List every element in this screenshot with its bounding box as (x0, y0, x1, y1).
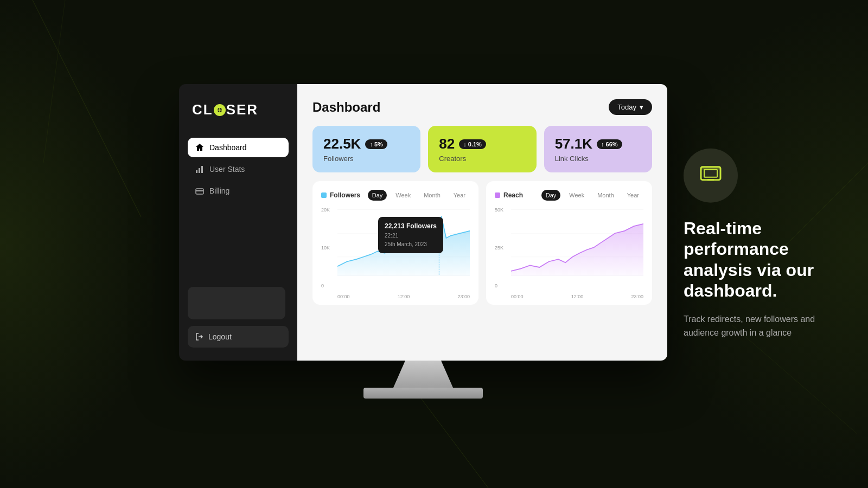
reach-y-label-0: 0 (495, 283, 511, 288)
monitor-stand (363, 361, 483, 404)
stat-badge-followers: ↑ 5% (365, 139, 387, 149)
y-label-20k: 20K (321, 207, 337, 213)
reach-chart-svg (511, 207, 643, 283)
today-button[interactable]: Today ▾ (609, 99, 652, 115)
logo-text-cl: CL (192, 101, 213, 118)
bar-chart-icon (195, 165, 204, 174)
reach-chart-header: Reach Day Week Month Year (495, 190, 643, 201)
reach-time-tabs: Day Week Month Year (541, 190, 643, 201)
reach-y-label-50k: 50K (495, 207, 511, 213)
dashboard-icon (697, 160, 725, 191)
stat-label-followers: Followers (323, 155, 410, 163)
stat-cards: 22.5K ↑ 5% Followers 82 ↓ 0.1% Creators (312, 126, 652, 172)
stat-value-link-clicks: 57.1K (555, 136, 592, 152)
stat-value-creators: 82 (439, 136, 455, 152)
logo: CL SER (192, 101, 289, 118)
sidebar-item-label-dashboard: Dashboard (209, 143, 247, 152)
stat-badge-creators: ↓ 0.1% (459, 139, 486, 149)
stat-card-creators: 82 ↓ 0.1% Creators (428, 126, 536, 172)
stat-value-row-followers: 22.5K ↑ 5% (323, 136, 410, 152)
svg-rect-8 (196, 170, 197, 173)
svg-rect-10 (201, 166, 203, 173)
reach-tab-year[interactable]: Year (623, 190, 643, 201)
charts-area: Followers Day Week Month Year (312, 181, 652, 305)
svg-rect-24 (704, 170, 717, 177)
tooltip-date: 25th March, 2023 (385, 240, 437, 249)
svg-rect-9 (199, 168, 200, 173)
reach-legend-dot (495, 192, 500, 198)
followers-chart-legend: Followers (321, 191, 360, 199)
stand-base (363, 388, 483, 399)
followers-legend-dot (321, 192, 327, 198)
svg-rect-12 (196, 190, 203, 191)
stand-neck (363, 361, 483, 388)
followers-tab-month[interactable]: Month (419, 190, 445, 201)
sidebar-item-label-billing: Billing (209, 187, 229, 195)
main-content: Dashboard Today ▾ 22.5K ↑ 5% Followers (297, 84, 667, 361)
logout-icon (195, 332, 204, 341)
main-header: Dashboard Today ▾ (312, 99, 652, 115)
stat-label-link-clicks: Link Clicks (555, 155, 641, 163)
logo-icon (214, 104, 226, 116)
avatar-placeholder (188, 287, 285, 319)
app-window: CL SER (179, 84, 667, 361)
y-label-10k: 10K (321, 245, 337, 251)
reach-chart-legend: Reach (495, 191, 523, 199)
reach-x-label-mid: 12:00 (571, 294, 584, 299)
logout-button[interactable]: Logout (188, 326, 289, 348)
followers-tab-week[interactable]: Week (391, 190, 415, 201)
reach-tab-month[interactable]: Month (593, 190, 618, 201)
followers-tab-year[interactable]: Year (449, 190, 470, 201)
x-label-start: 00:00 (337, 294, 350, 299)
reach-y-label-25k: 25K (495, 245, 511, 251)
stat-card-link-clicks: 57.1K ↑ 66% Link Clicks (544, 126, 652, 172)
followers-chart-container: 20K 10K 0 (321, 207, 470, 299)
feature-description: Track redirects, new followers and audie… (684, 312, 835, 339)
reach-tab-week[interactable]: Week (565, 190, 589, 201)
reach-chart-container: 50K 25K 0 (495, 207, 643, 299)
followers-chart-header: Followers Day Week Month Year (321, 190, 470, 201)
y-label-0: 0 (321, 283, 337, 288)
sidebar-item-dashboard[interactable]: Dashboard (188, 138, 289, 157)
sidebar-item-billing[interactable]: Billing (188, 181, 289, 201)
followers-chart-label: Followers (330, 191, 360, 199)
sidebar-item-user-stats[interactable]: User Stats (188, 159, 289, 179)
page-title: Dashboard (312, 100, 380, 115)
right-panel: Real-time performance analysis via our d… (684, 149, 835, 340)
followers-x-axis: 00:00 12:00 23:00 (337, 294, 470, 299)
monitor-area: CL SER (179, 84, 667, 404)
stat-value-row-creators: 82 ↓ 0.1% (439, 136, 525, 152)
reach-x-label-start: 00:00 (511, 294, 524, 299)
followers-tab-day[interactable]: Day (368, 190, 387, 201)
tooltip-time: 22:21 (385, 232, 437, 240)
stat-value-followers: 22.5K (323, 136, 361, 152)
reach-chart-card: Reach Day Week Month Year (486, 181, 652, 305)
logo-area: CL SER (188, 101, 289, 118)
reach-chart-label: Reach (503, 191, 523, 199)
main-scene: CL SER (0, 0, 868, 488)
reach-y-axis: 50K 25K 0 (495, 207, 511, 288)
credit-card-icon (195, 187, 204, 195)
logout-label: Logout (208, 332, 232, 341)
reach-x-axis: 00:00 12:00 23:00 (511, 294, 643, 299)
today-label: Today (617, 103, 636, 111)
followers-time-tabs: Day Week Month Year (368, 190, 470, 201)
svg-rect-26 (701, 167, 720, 170)
chevron-down-icon: ▾ (640, 103, 643, 111)
x-label-mid: 12:00 (398, 294, 410, 299)
nav-items: Dashboard User Stats (188, 138, 289, 282)
feature-heading: Real-time performance analysis via our d… (684, 218, 835, 301)
followers-tooltip: 22,213 Followers 22:21 25th March, 2023 (378, 217, 443, 253)
feature-icon-circle (684, 149, 738, 203)
stat-label-creators: Creators (439, 155, 525, 163)
reach-tab-day[interactable]: Day (541, 190, 561, 201)
followers-y-axis: 20K 10K 0 (321, 207, 337, 288)
stat-card-followers: 22.5K ↑ 5% Followers (312, 126, 420, 172)
home-icon (195, 143, 204, 152)
sidebar: CL SER (179, 84, 297, 361)
sidebar-item-label-user-stats: User Stats (209, 165, 245, 174)
x-label-end: 23:00 (457, 294, 470, 299)
logo-text-ser: SER (226, 101, 258, 118)
followers-chart-card: Followers Day Week Month Year (312, 181, 478, 305)
stat-badge-link-clicks: ↑ 66% (597, 139, 622, 149)
